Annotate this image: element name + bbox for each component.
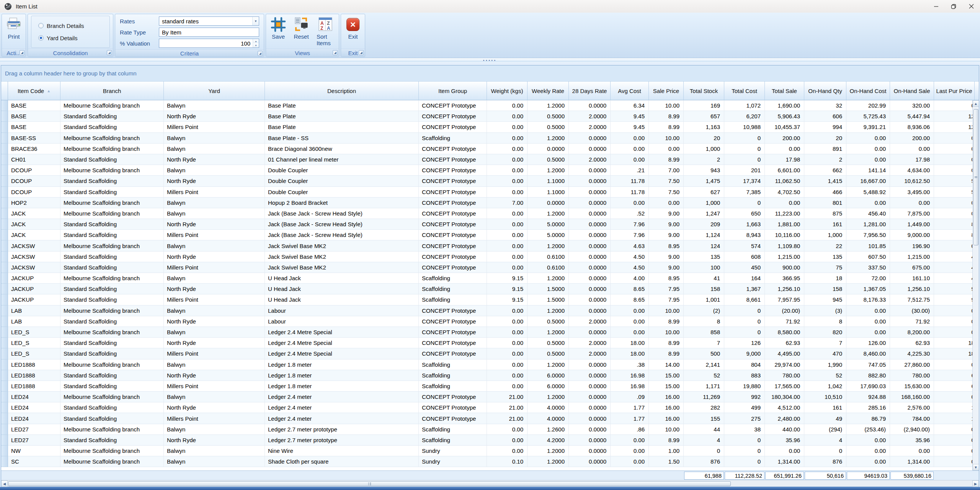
row-indicator[interactable] [1, 165, 8, 176]
row-indicator[interactable] [1, 316, 8, 327]
scroll-up-icon[interactable]: ▲ [973, 100, 979, 107]
column-header-weekly-rate[interactable]: Weekly Rate [528, 82, 569, 100]
column-header-sale-price[interactable]: Sale Price [649, 82, 684, 100]
table-row[interactable]: JACKStandard ScaffoldingNorth RydeJack (… [1, 219, 979, 230]
row-indicator[interactable] [1, 327, 8, 338]
dialog-launcher-icon[interactable]: ◢ [359, 50, 364, 55]
row-indicator[interactable] [1, 122, 8, 132]
table-row[interactable]: LED1888Standard ScaffoldingMillers Point… [1, 381, 979, 392]
exit-button[interactable]: ✕ Exit [343, 16, 363, 48]
row-indicator[interactable] [1, 338, 8, 348]
dialog-launcher-icon[interactable]: ◢ [107, 50, 112, 55]
spinner-up-icon[interactable]: ▲ [253, 39, 259, 43]
restore-button[interactable] [945, 0, 962, 13]
table-row[interactable]: LED27Melbourne Scaffolding branchBalwynL… [1, 424, 979, 435]
column-header-total-stock[interactable]: Total Stock [684, 82, 724, 100]
table-row[interactable]: LED27Standard ScaffoldingNorth RydeLedge… [1, 435, 979, 446]
print-button[interactable]: Print [4, 16, 24, 48]
column-header-item-code[interactable]: Item Code▲ [8, 82, 60, 100]
row-indicator[interactable] [1, 413, 8, 424]
row-indicator[interactable] [1, 230, 8, 240]
table-row[interactable]: DCOUPStandard ScaffoldingMillers PointDo… [1, 187, 979, 198]
sort-items-button[interactable]: A Z Z A Sort Items [314, 16, 336, 48]
table-row[interactable]: LED_SStandard ScaffoldingMillers PointLe… [1, 348, 979, 359]
table-row[interactable]: JACKMelbourne Scaffolding branchBalwynJa… [1, 208, 979, 219]
valuation-spinner[interactable]: 100 ▲ ▼ [159, 39, 259, 48]
table-row[interactable]: LABStandard ScaffoldingNorth RydeLabourC… [1, 316, 979, 327]
column-header-total-cost[interactable]: Total Cost [724, 82, 765, 100]
row-indicator[interactable] [1, 252, 8, 262]
table-row[interactable]: LED24Melbourne Scaffolding branchBalwynL… [1, 392, 979, 402]
row-indicator[interactable] [1, 111, 8, 122]
row-indicator[interactable] [1, 100, 8, 111]
dialog-launcher-icon[interactable]: ◢ [20, 50, 24, 55]
table-row[interactable]: JACKSWMelbourne Scaffolding branchBalwyn… [1, 240, 979, 251]
save-button[interactable]: Save [268, 16, 288, 48]
column-header-on-hand-sale[interactable]: On-Hand Sale [890, 82, 934, 100]
rates-dropdown[interactable]: standard rates ▼ [159, 16, 259, 26]
table-row[interactable]: BASEStandard ScaffoldingNorth RydeBase P… [1, 111, 979, 122]
row-indicator[interactable] [1, 456, 8, 467]
column-header-branch[interactable]: Branch [60, 82, 164, 100]
column-header-description[interactable]: Description [265, 82, 419, 100]
horizontal-scroll-thumb[interactable] [8, 481, 731, 486]
table-row[interactable]: JACKSWStandard ScaffoldingMillers PointJ… [1, 262, 979, 273]
vertical-scroll-thumb[interactable] [973, 109, 978, 245]
column-header-item-group[interactable]: Item Group [419, 82, 487, 100]
row-indicator[interactable] [1, 284, 8, 294]
row-indicator[interactable] [1, 198, 8, 208]
rate-type-input[interactable]: By Item [159, 28, 259, 37]
table-row[interactable]: HOP2Melbourne Scaffolding branchBalwynHo… [1, 198, 979, 208]
row-indicator[interactable] [1, 294, 8, 305]
row-indicator[interactable] [1, 381, 8, 392]
scroll-down-icon[interactable]: ▼ [973, 464, 979, 470]
row-indicator[interactable] [1, 370, 8, 381]
table-row[interactable]: BRACE36Melbourne Scaffolding branchBalwy… [1, 144, 979, 154]
table-row[interactable]: NWMelbourne Scaffolding branchBalwynNine… [1, 446, 979, 456]
splitter-grip[interactable]: ••••• [483, 59, 497, 62]
row-indicator[interactable] [1, 133, 8, 144]
table-row[interactable]: JACKUPMelbourne Scaffolding branchBalwyn… [1, 273, 979, 284]
table-row[interactable]: JACKStandard ScaffoldingMillers PointJac… [1, 230, 979, 240]
table-row[interactable]: DCOUPStandard ScaffoldingNorth RydeDoubl… [1, 176, 979, 186]
spinner-down-icon[interactable]: ▼ [253, 43, 259, 47]
scroll-left-icon[interactable]: ◀ [1, 480, 8, 487]
row-indicator[interactable] [1, 424, 8, 435]
minimize-button[interactable] [927, 0, 945, 13]
column-header-avg-cost[interactable]: Avg Cost [611, 82, 649, 100]
dialog-launcher-icon[interactable]: ◢ [258, 51, 263, 56]
branch-details-radio[interactable]: Branch Details [38, 23, 109, 29]
column-header-yard[interactable]: Yard [164, 82, 265, 100]
table-row[interactable]: LED24Standard ScaffoldingNorth RydeLedge… [1, 402, 979, 413]
column-header-last-pur-price[interactable]: Last Pur Price [934, 82, 975, 100]
yard-details-radio[interactable]: Yard Details [38, 35, 109, 41]
column-header-28-days-rate[interactable]: 28 Days Rate [569, 82, 611, 100]
row-indicator[interactable] [1, 446, 8, 456]
row-indicator[interactable] [1, 273, 8, 284]
table-row[interactable]: JACKUPStandard ScaffoldingMillers PointU… [1, 294, 979, 305]
row-indicator[interactable] [1, 187, 8, 198]
table-row[interactable]: LED_SStandard ScaffoldingNorth RydeLedge… [1, 338, 979, 348]
column-header-weight-kgs[interactable]: Weight (kgs) [487, 82, 528, 100]
row-indicator[interactable] [1, 176, 8, 186]
vertical-scrollbar[interactable]: ▲ ▼ [972, 100, 979, 470]
close-button[interactable] [962, 0, 980, 13]
table-row[interactable]: LED1888Melbourne Scaffolding branchBalwy… [1, 359, 979, 370]
row-indicator[interactable] [1, 154, 8, 165]
row-indicator[interactable] [1, 359, 8, 370]
row-indicator[interactable] [1, 392, 8, 402]
table-row[interactable]: SCMelbourne Scaffolding branchBalwynShad… [1, 456, 979, 467]
table-row[interactable]: LABMelbourne Scaffolding branchBalwynLab… [1, 305, 979, 316]
row-indicator[interactable] [1, 144, 8, 154]
column-header-on-hand-qty[interactable]: On-Hand Qty [804, 82, 846, 100]
table-row[interactable]: BASEStandard ScaffoldingMillers PointBas… [1, 122, 979, 132]
row-indicator[interactable] [1, 348, 8, 359]
table-row[interactable]: BASE-SSMelbourne Scaffolding branchBalwy… [1, 133, 979, 144]
row-indicator[interactable] [1, 240, 8, 251]
table-row[interactable]: LED_SMelbourne Scaffolding branchBalwynL… [1, 327, 979, 338]
scroll-right-icon[interactable]: ▶ [972, 480, 979, 487]
row-indicator[interactable] [1, 435, 8, 446]
horizontal-scrollbar[interactable]: ◀ ▶ [1, 480, 979, 487]
dialog-launcher-icon[interactable]: ◢ [333, 50, 338, 55]
table-row[interactable]: DCOUPMelbourne Scaffolding branchBalwynD… [1, 165, 979, 176]
